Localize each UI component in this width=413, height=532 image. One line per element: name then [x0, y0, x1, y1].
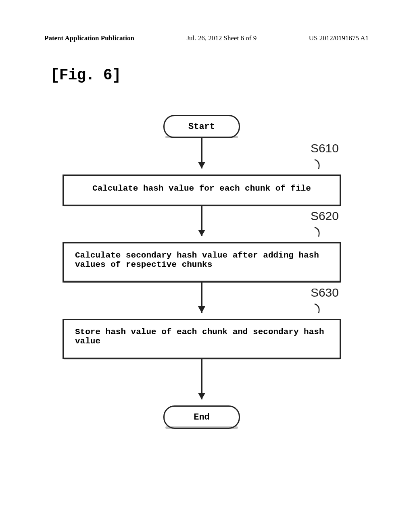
process-step-1: Calculate hash value for each chunk of f… [63, 175, 341, 206]
step-label-s630: S630 [311, 286, 339, 299]
document-header: Patent Application Publication Jul. 26, … [0, 34, 413, 42]
process-step-2: Calculate secondary hash value after add… [63, 242, 341, 283]
pub-number: US 2012/0191675 A1 [309, 34, 369, 42]
reference-curve-icon [313, 158, 325, 170]
process-text-2: Calculate secondary hash value after add… [75, 251, 328, 269]
figure-label: [Fig. 6] [50, 66, 121, 84]
flowchart-container: Start S610 Calculate hash value for each… [56, 115, 347, 429]
arrow-2: S620 [56, 206, 347, 242]
arrow-1: S610 [56, 138, 347, 175]
arrow-4 [56, 359, 347, 405]
date-sheet: Jul. 26, 2012 Sheet 6 of 9 [186, 34, 257, 42]
reference-curve-icon [313, 302, 325, 314]
start-text: Start [188, 122, 215, 132]
start-terminal: Start [163, 115, 240, 138]
process-text-3: Store hash value of each chunk and secon… [75, 327, 328, 346]
reference-curve-icon [313, 225, 325, 237]
process-step-3: Store hash value of each chunk and secon… [63, 319, 341, 359]
pub-type: Patent Application Publication [44, 34, 134, 42]
end-terminal: End [163, 405, 240, 429]
step-label-s620: S620 [311, 209, 339, 223]
process-text-1: Calculate hash value for each chunk of f… [92, 184, 311, 193]
end-text: End [194, 412, 210, 422]
arrow-3: S630 [56, 283, 347, 319]
step-label-s610: S610 [311, 141, 339, 155]
